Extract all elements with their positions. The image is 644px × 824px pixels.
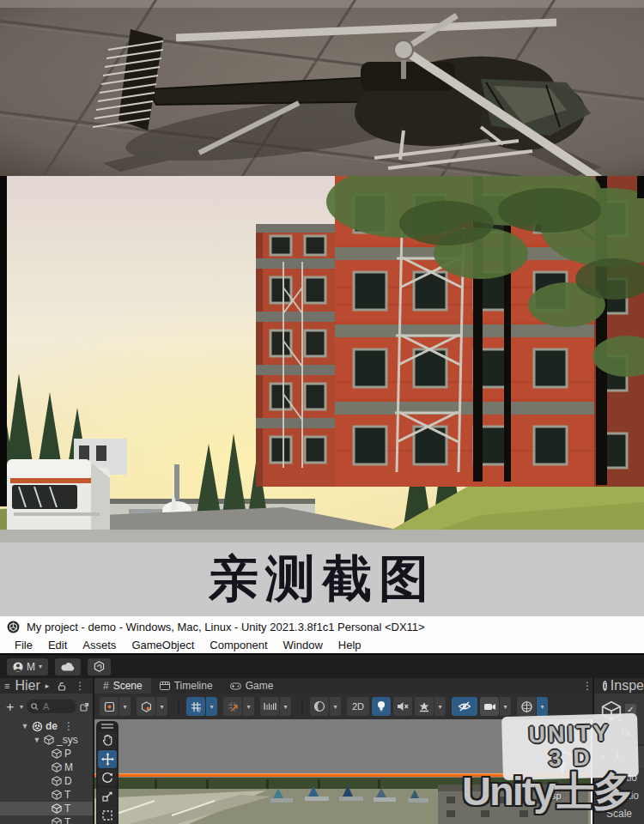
- hand-tool-button[interactable]: [98, 731, 117, 749]
- lock-icon[interactable]: [58, 682, 66, 691]
- unity-logo-icon: [7, 621, 20, 633]
- menu-window[interactable]: Window: [276, 639, 331, 651]
- plastic-scm-button[interactable]: [88, 658, 111, 676]
- scene-pane-menu-icon[interactable]: ⋮: [582, 681, 592, 691]
- menu-file[interactable]: File: [7, 639, 40, 651]
- tab-game[interactable]: Game: [222, 678, 283, 694]
- cube-icon: [52, 776, 62, 786]
- hierarchy-search-input[interactable]: [41, 700, 60, 712]
- tab-scene[interactable]: # Scene: [94, 678, 151, 694]
- camera-settings-dropdown[interactable]: ▾: [500, 697, 511, 716]
- svg-text:Y: Y: [197, 707, 201, 712]
- hierarchy-item[interactable]: T: [0, 815, 93, 824]
- hierarchy-item[interactable]: P: [0, 747, 93, 760]
- pivot-icon: [104, 701, 115, 712]
- scene-tools-palette[interactable]: [96, 721, 118, 824]
- menu-assets[interactable]: Assets: [75, 639, 124, 651]
- scene-view-toolbar: ▾ ▾ Y: [94, 694, 592, 719]
- effects-dropdown[interactable]: ▾: [434, 697, 446, 716]
- hierarchy-item[interactable]: M: [0, 760, 93, 774]
- scene-audio-button[interactable]: [393, 697, 412, 716]
- hierarchy-item[interactable]: T: [0, 788, 93, 802]
- cube-icon: [44, 735, 54, 745]
- snap-move-dropdown[interactable]: ▾: [243, 697, 254, 716]
- audio-muted-icon: [397, 701, 409, 712]
- menu-component[interactable]: Component: [202, 639, 275, 651]
- hierarchy-scene-row[interactable]: ▼ de ⋮: [0, 719, 93, 733]
- hierarchy-item-label: M: [64, 761, 73, 773]
- city-scene-graphic: [0, 176, 644, 542]
- grid-snapping-dropdown[interactable]: ▾: [206, 697, 217, 716]
- city-render: [0, 176, 644, 542]
- info-icon: i: [603, 681, 607, 691]
- hierarchy-item-selected[interactable]: T: [0, 802, 93, 815]
- grid-snap-icon: Y: [191, 701, 202, 712]
- hierarchy-item[interactable]: D: [0, 774, 93, 788]
- chevron-right-icon[interactable]: ▸: [46, 682, 50, 690]
- scene-row-menu-icon[interactable]: ⋮: [64, 721, 74, 731]
- snap-move-button[interactable]: [223, 697, 242, 716]
- move-tool-icon: [101, 753, 114, 766]
- menu-help[interactable]: Help: [331, 639, 369, 651]
- gizmos-button[interactable]: [517, 697, 536, 716]
- fold-arrow-icon[interactable]: ▼: [21, 722, 29, 730]
- scale-tool-button[interactable]: [98, 787, 117, 805]
- gizmos-dropdown[interactable]: ▾: [537, 697, 548, 716]
- tool-handle-rotation-dropdown[interactable]: ▾: [156, 697, 167, 716]
- cloud-icon: [61, 662, 75, 671]
- search-icon: [31, 703, 39, 711]
- scene-lighting-button[interactable]: [372, 697, 391, 716]
- window-title: My project - demo - Windows, Mac, Linux …: [27, 621, 425, 633]
- pane-tab-row: ≡ Hier ▸ ⋮ # Scene Timeline: [0, 678, 644, 694]
- account-button[interactable]: M ▾: [7, 658, 48, 676]
- hierarchy-item-label: T: [64, 816, 70, 824]
- tool-handle-position-dropdown[interactable]: ▾: [119, 697, 131, 716]
- create-object-button[interactable]: ＋: [3, 699, 16, 715]
- hierarchy-item-label: P: [64, 748, 71, 760]
- gamepad-icon: [230, 682, 241, 690]
- hierarchy-menu-icon[interactable]: ⋮: [75, 681, 85, 691]
- inspector-pane-header: ⋮ i Inspe: [592, 678, 644, 694]
- watermark-line1: UNITY: [528, 722, 611, 748]
- snap-increment-button[interactable]: [260, 697, 279, 716]
- menu-gameobject[interactable]: GameObject: [124, 639, 202, 651]
- popout-icon[interactable]: [80, 702, 89, 712]
- caption-text: 亲测截图: [209, 546, 435, 613]
- shading-mode-dropdown[interactable]: ▾: [330, 697, 341, 716]
- tool-handle-position-button[interactable]: [100, 697, 118, 716]
- helicopter-scene-graphic: [0, 0, 644, 176]
- rect-tool-button[interactable]: [98, 806, 117, 824]
- cloud-button[interactable]: [55, 658, 81, 676]
- create-object-dropdown-icon[interactable]: ▾: [20, 703, 23, 711]
- tab-timeline[interactable]: Timeline: [151, 678, 222, 694]
- lightbulb-icon: [377, 700, 386, 712]
- 2d-toggle-button[interactable]: 2D: [347, 697, 369, 716]
- tab-inspector[interactable]: Inspe: [611, 678, 644, 694]
- 2d-label: 2D: [352, 701, 364, 712]
- hand-tool-icon: [101, 734, 113, 746]
- editor-toolbar: M ▾: [0, 655, 644, 678]
- snap-increment-dropdown[interactable]: ▾: [280, 697, 291, 716]
- grid-snapping-button[interactable]: Y: [186, 697, 205, 716]
- hierarchy-search[interactable]: [27, 700, 76, 713]
- tab-hierarchy[interactable]: Hier: [15, 678, 39, 694]
- scene-asset-icon: [32, 721, 43, 732]
- hierarchy-toolbar: ＋ ▾: [0, 694, 94, 719]
- rotate-tool-icon: [101, 772, 113, 784]
- hierarchy-item-label: _sys: [57, 734, 78, 746]
- camera-settings-button[interactable]: [480, 697, 499, 716]
- snap-move-icon: [228, 701, 239, 712]
- effects-button[interactable]: [415, 697, 434, 716]
- menu-edit[interactable]: Edit: [40, 639, 75, 651]
- fold-arrow-icon[interactable]: ▼: [33, 736, 41, 744]
- palette-grab-handle[interactable]: [101, 724, 113, 729]
- scene-visibility-button[interactable]: [452, 697, 477, 716]
- move-tool-button[interactable]: [98, 750, 117, 768]
- screenshot-root: 亲测截图 My project - demo - Windows, Mac, L…: [0, 0, 644, 824]
- tool-handle-rotation-button[interactable]: [137, 697, 155, 716]
- rotate-tool-button[interactable]: [98, 769, 117, 787]
- menubar: File Edit Assets GameObject Component Wi…: [0, 637, 644, 655]
- account-label: M: [27, 661, 35, 673]
- hierarchy-item-sys[interactable]: ▼ _sys: [0, 733, 93, 747]
- shading-mode-button[interactable]: [310, 697, 329, 716]
